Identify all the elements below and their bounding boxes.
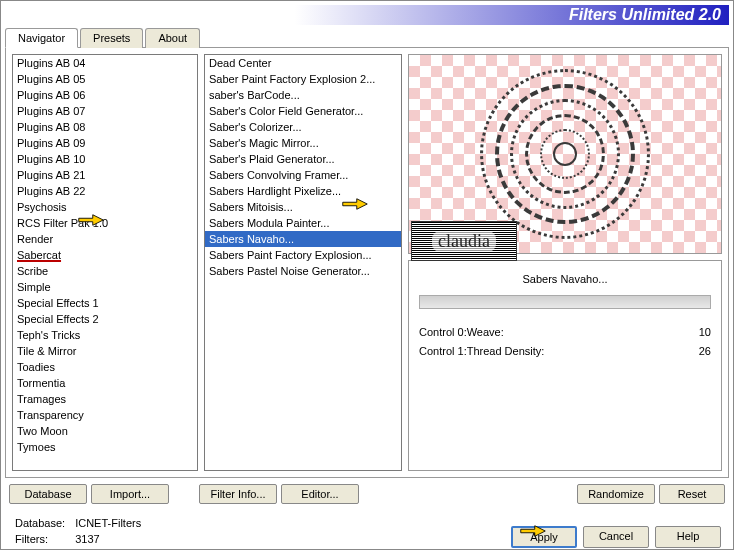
- list-item[interactable]: Plugins AB 04: [13, 55, 197, 71]
- list-item[interactable]: Render: [13, 231, 197, 247]
- list-item[interactable]: Sabers Pastel Noise Generator...: [205, 263, 401, 279]
- controls-panel: Sabers Navaho... Control 0:Weave:10Contr…: [408, 260, 722, 471]
- filters-value: 3137: [75, 532, 141, 546]
- preview-pattern: [475, 64, 655, 244]
- list-item[interactable]: Teph's Tricks: [13, 327, 197, 343]
- footer-info: Database: ICNET-Filters Filters: 3137: [13, 514, 143, 548]
- apply-button[interactable]: Apply: [511, 526, 577, 548]
- list-item[interactable]: Sabers Navaho...: [205, 231, 401, 247]
- tab-about[interactable]: About: [145, 28, 200, 48]
- db-value: ICNET-Filters: [75, 516, 141, 530]
- help-button[interactable]: Help: [655, 526, 721, 548]
- list-item[interactable]: Plugins AB 21: [13, 167, 197, 183]
- list-item[interactable]: Tramages: [13, 391, 197, 407]
- list-item[interactable]: Simple: [13, 279, 197, 295]
- list-item[interactable]: Sabers Convolving Framer...: [205, 167, 401, 183]
- watermark: claudia: [411, 221, 517, 261]
- list-item[interactable]: Scribe: [13, 263, 197, 279]
- list-item[interactable]: Saber's Plaid Generator...: [205, 151, 401, 167]
- control-label: Control 1:Thread Density:: [419, 344, 544, 359]
- randomize-button[interactable]: Randomize: [577, 484, 655, 504]
- list-item[interactable]: Special Effects 1: [13, 295, 197, 311]
- list-item[interactable]: Plugins AB 07: [13, 103, 197, 119]
- control-row: Control 1:Thread Density:26: [419, 342, 711, 361]
- reset-button[interactable]: Reset: [659, 484, 725, 504]
- list-item[interactable]: Sabers Paint Factory Explosion...: [205, 247, 401, 263]
- list-item[interactable]: Tymoes: [13, 439, 197, 455]
- editor-button[interactable]: Editor...: [281, 484, 359, 504]
- list-item[interactable]: Toadies: [13, 359, 197, 375]
- tab-presets[interactable]: Presets: [80, 28, 143, 48]
- control-value: 10: [699, 325, 711, 340]
- list-item[interactable]: Saber's Magic Mirror...: [205, 135, 401, 151]
- list-item[interactable]: Sabers Hardlight Pixelize...: [205, 183, 401, 199]
- list-item[interactable]: Saber's Color Field Generator...: [205, 103, 401, 119]
- filter-list[interactable]: Dead CenterSaber Paint Factory Explosion…: [204, 54, 402, 471]
- app-title: Filters Unlimited 2.0: [569, 6, 721, 24]
- selected-filter-label: Sabers Navaho...: [419, 269, 711, 295]
- list-item[interactable]: Sabercat: [13, 247, 197, 263]
- list-item[interactable]: Transparency: [13, 407, 197, 423]
- main-area: Plugins AB 04Plugins AB 05Plugins AB 06P…: [5, 48, 729, 478]
- list-item[interactable]: Plugins AB 08: [13, 119, 197, 135]
- list-item[interactable]: Plugins AB 22: [13, 183, 197, 199]
- control-value: 26: [699, 344, 711, 359]
- progress-bar[interactable]: [419, 295, 711, 309]
- list-item[interactable]: Plugins AB 05: [13, 71, 197, 87]
- import-button[interactable]: Import...: [91, 484, 169, 504]
- filters-label: Filters:: [15, 532, 73, 546]
- footer: Database: ICNET-Filters Filters: 3137 Ap…: [5, 510, 729, 550]
- list-item[interactable]: Plugins AB 10: [13, 151, 197, 167]
- tab-navigator[interactable]: Navigator: [5, 28, 78, 48]
- control-label: Control 0:Weave:: [419, 325, 504, 340]
- category-list[interactable]: Plugins AB 04Plugins AB 05Plugins AB 06P…: [12, 54, 198, 471]
- title-bar: Filters Unlimited 2.0: [5, 5, 729, 25]
- list-item[interactable]: Tile & Mirror: [13, 343, 197, 359]
- list-item[interactable]: Saber Paint Factory Explosion 2...: [205, 71, 401, 87]
- list-item[interactable]: Plugins AB 06: [13, 87, 197, 103]
- tab-bar: NavigatorPresetsAbout: [5, 27, 729, 48]
- list-item[interactable]: Plugins AB 09: [13, 135, 197, 151]
- control-row: Control 0:Weave:10: [419, 323, 711, 342]
- list-item[interactable]: RCS Filter Pak 1.0: [13, 215, 197, 231]
- list-item[interactable]: Tormentia: [13, 375, 197, 391]
- list-item[interactable]: Psychosis: [13, 199, 197, 215]
- list-item[interactable]: saber's BarCode...: [205, 87, 401, 103]
- watermark-text: claudia: [432, 231, 496, 252]
- filter-info-button[interactable]: Filter Info...: [199, 484, 277, 504]
- list-item[interactable]: Special Effects 2: [13, 311, 197, 327]
- toolbar-row: Database Import... Filter Info... Editor…: [5, 478, 729, 510]
- list-item[interactable]: Dead Center: [205, 55, 401, 71]
- list-item[interactable]: Two Moon: [13, 423, 197, 439]
- database-button[interactable]: Database: [9, 484, 87, 504]
- cancel-button[interactable]: Cancel: [583, 526, 649, 548]
- controls-list: Control 0:Weave:10Control 1:Thread Densi…: [419, 323, 711, 361]
- right-panel: Sabers Navaho... Control 0:Weave:10Contr…: [408, 54, 722, 471]
- list-item[interactable]: Saber's Colorizer...: [205, 119, 401, 135]
- db-label: Database:: [15, 516, 73, 530]
- list-item[interactable]: Sabers Modula Painter...: [205, 215, 401, 231]
- list-item[interactable]: Sabers Mitoisis...: [205, 199, 401, 215]
